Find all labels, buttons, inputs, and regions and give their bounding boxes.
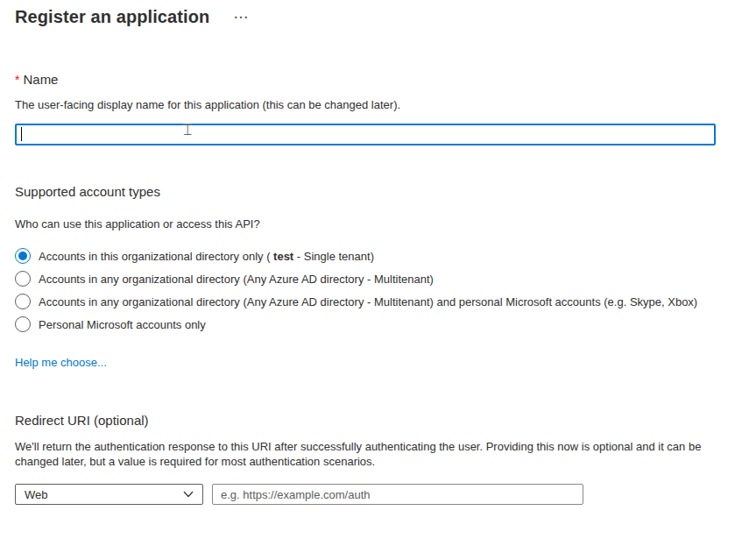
page-header: Register an application ··· [15, 0, 756, 27]
radio-option-label: Personal Microsoft accounts only [39, 318, 206, 331]
radio-option-label: Accounts in this organizational director… [39, 250, 374, 263]
radio-option-multitenant-personal[interactable]: Accounts in any organizational directory… [15, 290, 756, 313]
tenant-name: test [273, 250, 293, 263]
register-application-page: Register an application ··· *Name The us… [0, 0, 756, 546]
account-types-question: Who can use this application or access t… [15, 217, 756, 230]
text-caret [21, 127, 22, 141]
platform-select-value: Web [25, 488, 183, 501]
account-type-radio-group: Accounts in this organizational director… [15, 245, 756, 336]
redirect-uri-heading: Redirect URI (optional) [15, 413, 756, 428]
radio-label-suffix: - Single tenant) [293, 250, 374, 263]
radio-button-selected[interactable] [15, 248, 31, 264]
radio-option-label: Accounts in any organizational directory… [39, 273, 434, 286]
required-asterisk: * [15, 73, 19, 87]
radio-button[interactable] [15, 271, 31, 287]
radio-option-personal-only[interactable]: Personal Microsoft accounts only [15, 313, 756, 336]
chevron-down-icon [183, 491, 194, 498]
page-title: Register an application [15, 7, 209, 27]
radio-option-multitenant[interactable]: Accounts in any organizational directory… [15, 267, 756, 290]
redirect-uri-description: We'll return the authentication response… [15, 439, 707, 469]
redirect-uri-input[interactable] [212, 484, 583, 505]
name-field-description: The user-facing display name for this ap… [15, 98, 756, 111]
name-field-label: *Name [15, 72, 756, 87]
radio-option-label: Accounts in any organizational directory… [39, 295, 697, 308]
radio-button[interactable] [15, 294, 31, 309]
name-input-wrap [15, 124, 716, 145]
name-label-text: Name [23, 72, 58, 87]
radio-option-single-tenant[interactable]: Accounts in this organizational director… [15, 245, 756, 267]
name-input[interactable] [15, 124, 716, 145]
radio-label-prefix: Accounts in this organizational director… [39, 250, 273, 263]
platform-select-dropdown[interactable]: Web [15, 484, 203, 505]
redirect-uri-row: Web [15, 484, 756, 505]
radio-button[interactable] [15, 316, 31, 332]
help-me-choose-link[interactable]: Help me choose... [15, 356, 107, 369]
supported-account-types-heading: Supported account types [15, 184, 756, 199]
ellipsis-menu-icon[interactable]: ··· [232, 10, 251, 25]
